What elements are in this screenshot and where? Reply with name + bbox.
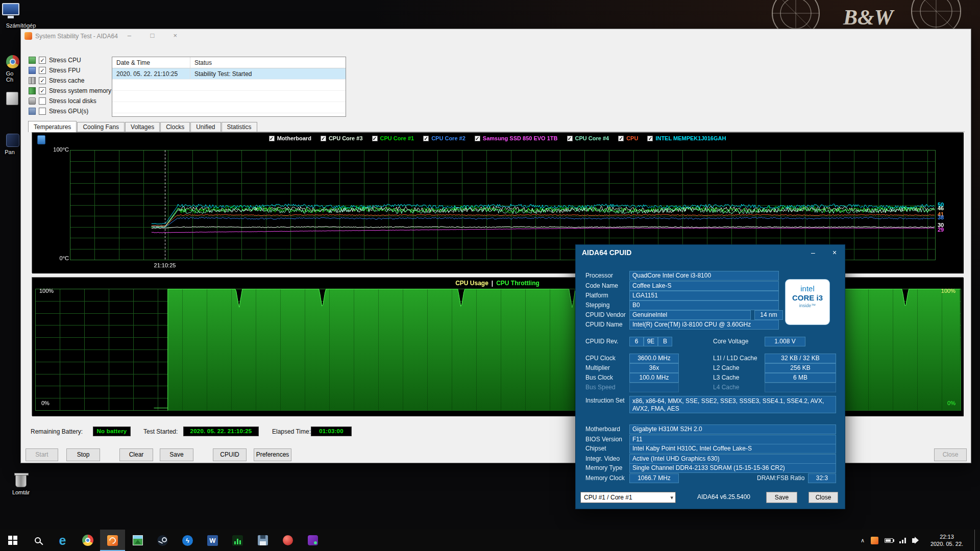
column-header-status[interactable]: Status	[190, 57, 346, 68]
file-icon	[6, 92, 18, 105]
y-axis-max-label: 100°C	[45, 146, 69, 153]
titlebar[interactable]: System Stability Test - AIDA64 – □ ×	[21, 29, 971, 43]
taskbar-clock[interactable]: 22:13 2020. 05. 22.	[925, 533, 968, 547]
tab-statistics[interactable]: Statistics	[222, 122, 257, 132]
stress-option-label: Stress CPU	[49, 57, 81, 64]
tab-temperatures[interactable]: Temperatures	[28, 121, 77, 132]
cpuid-value-disabled	[765, 383, 836, 392]
cell-datetime: 2020. 05. 22. 21:10:25	[112, 68, 190, 79]
stress-cache-checkbox[interactable]: ✓	[39, 77, 46, 84]
chrome-icon	[82, 535, 93, 546]
table-header[interactable]: Date & Time Status	[112, 57, 346, 68]
legend-checkbox[interactable]: ✓	[567, 136, 573, 141]
stress-disk-checkbox[interactable]	[39, 97, 46, 105]
legend-checkbox[interactable]: ✓	[269, 136, 275, 141]
cpuid-label: Memory Clock	[585, 473, 625, 483]
legend-item[interactable]: ✓CPU Core #1	[372, 135, 414, 141]
legend-checkbox[interactable]: ✓	[647, 136, 653, 141]
minimize-button[interactable]: –	[118, 29, 141, 43]
test-started-value: 2020. 05. 22. 21:10:25	[183, 427, 259, 436]
desktop-icon-trash[interactable]: Lomtár	[2, 474, 40, 495]
cpuid-value: Intel(R) Core(TM) i3-8100 CPU @ 3.60GHz	[629, 320, 779, 330]
hidden-icons-chevron[interactable]: ∧	[861, 537, 865, 544]
save-button[interactable]: Save	[160, 448, 193, 461]
stress-option-label: Stress cache	[49, 77, 84, 84]
legend-item[interactable]: ✓CPU Core #3	[321, 135, 363, 141]
clock-date: 2020. 05. 22.	[925, 540, 968, 547]
legend-checkbox[interactable]: ✓	[618, 136, 624, 141]
legend-checkbox[interactable]: ✓	[423, 136, 429, 141]
cpuid-save-button[interactable]: Save	[766, 492, 797, 503]
clock-time: 22:13	[925, 533, 968, 540]
graph-scroll-thumb[interactable]	[37, 135, 45, 144]
table-row-empty	[112, 80, 346, 91]
cpuid-label: Processor	[585, 271, 613, 281]
cpuid-value: 256 KB	[765, 363, 836, 373]
taskbar-app-aida64[interactable]	[100, 530, 125, 551]
table-row[interactable]: 2020. 05. 22. 21:10:25 Stability Test: S…	[112, 68, 346, 80]
elapsed-time-value: 01:03:00	[311, 427, 352, 436]
taskbar-app-save-tool[interactable]	[250, 530, 275, 551]
taskbar-app-utility[interactable]: ϟ	[175, 530, 200, 551]
stability-log-table: Date & Time Status 2020. 05. 22. 21:10:2…	[112, 57, 346, 117]
cpuid-label: L2 Cache	[713, 363, 739, 373]
cpuid-label: Stepping	[585, 300, 609, 310]
stress-memory-checkbox[interactable]: ✓	[39, 87, 46, 94]
legend-checkbox[interactable]: ✓	[372, 136, 378, 141]
windows-logo-icon	[8, 536, 17, 545]
taskbar-app-photos[interactable]	[125, 530, 150, 551]
cpuid-close-icon-button[interactable]: ×	[827, 247, 842, 258]
taskbar-app-chrome[interactable]	[75, 530, 100, 551]
close-button[interactable]: ×	[164, 29, 187, 43]
volume-icon[interactable]	[912, 538, 915, 543]
stress-cpu-checkbox[interactable]: ✓	[39, 57, 46, 64]
current-value-label: 38	[938, 214, 961, 220]
taskbar-app-edge[interactable]: e	[50, 530, 75, 551]
column-header-datetime[interactable]: Date & Time	[112, 57, 190, 68]
start-button[interactable]	[0, 530, 25, 551]
start-button[interactable]: Start	[26, 448, 58, 461]
clear-button[interactable]: Clear	[119, 448, 153, 461]
taskbar-app-purple[interactable]	[300, 530, 325, 551]
legend-checkbox[interactable]: ✓	[475, 136, 480, 141]
preferences-button[interactable]: Preferences	[254, 448, 291, 461]
close-test-button[interactable]: Close	[934, 448, 967, 461]
stop-button[interactable]: Stop	[66, 448, 100, 461]
cpuid-minimize-button[interactable]: –	[805, 247, 821, 258]
tab-cooling-fans[interactable]: Cooling Fans	[77, 122, 125, 132]
legend-item[interactable]: ✓INTEL MEMPEK1J016GAH	[647, 135, 726, 141]
aida64-tray-icon[interactable]	[871, 537, 878, 544]
battery-icon[interactable]	[885, 538, 893, 543]
network-icon[interactable]	[899, 538, 906, 543]
cpuid-button[interactable]: CPUID	[213, 448, 247, 461]
battery-label: Remaining Battery:	[31, 428, 83, 435]
desktop-icon-computer[interactable]: Számítógép	[2, 3, 40, 29]
cpuid-value: B0	[629, 300, 779, 310]
wallpaper-text: B&W	[843, 6, 895, 29]
cpuid-label-disabled: L4 Cache	[713, 383, 739, 392]
legend-item[interactable]: ✓CPU Core #2	[423, 135, 465, 141]
cpuid-close-button[interactable]: Close	[808, 492, 838, 503]
show-desktop-button[interactable]	[974, 530, 978, 551]
tab-unified[interactable]: Unified	[190, 122, 220, 132]
stress-gpu-checkbox[interactable]	[39, 108, 46, 115]
tab-voltages[interactable]: Voltages	[125, 122, 160, 132]
stress-fpu-checkbox[interactable]: ✓	[39, 67, 46, 74]
legend-checkbox[interactable]: ✓	[321, 136, 326, 141]
taskbar-app-word[interactable]: W	[200, 530, 225, 551]
legend-item[interactable]: ✓Motherboard	[269, 135, 311, 141]
legend-item[interactable]: ✓CPU	[618, 135, 638, 141]
desktop-icon-label: Számítógép	[2, 22, 40, 29]
legend-item[interactable]: ✓CPU Core #4	[567, 135, 609, 141]
taskbar: e ϟ W ∧ 22:13 2020. 05. 22.	[0, 530, 980, 551]
cpu-core-selector[interactable]: CPU #1 / Core #1 ▾	[580, 492, 676, 503]
tab-clocks[interactable]: Clocks	[160, 122, 190, 132]
taskbar-app-monitor[interactable]	[225, 530, 250, 551]
legend-item[interactable]: ✓Samsung SSD 850 EVO 1TB	[475, 135, 558, 141]
maximize-button[interactable]: □	[141, 29, 164, 43]
taskbar-app-red[interactable]	[275, 530, 300, 551]
cpuid-titlebar[interactable]: AIDA64 CPUID	[576, 245, 845, 260]
taskbar-app-steam[interactable]	[150, 530, 175, 551]
stress-fpu-icon	[29, 67, 36, 74]
search-button[interactable]	[25, 530, 50, 551]
